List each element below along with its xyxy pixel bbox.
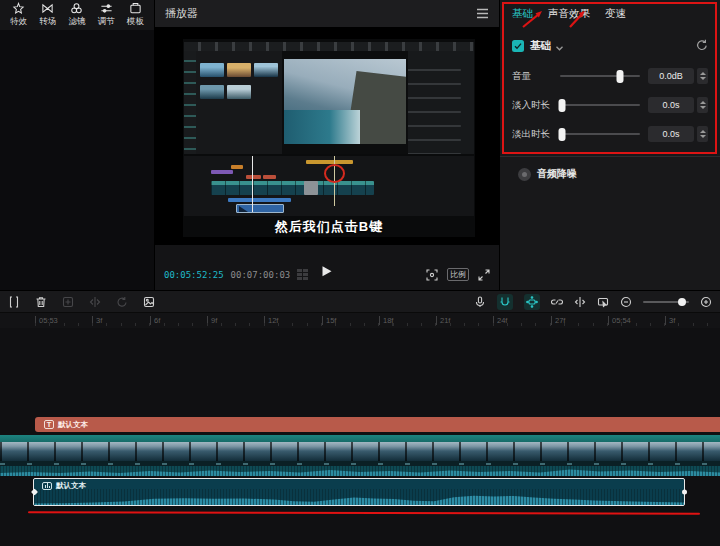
ruler-tick: 27f: [551, 316, 565, 325]
audio-waveform: [34, 489, 684, 505]
toolbar-label: 模板: [127, 16, 144, 28]
tab-transitions[interactable]: 转场: [39, 2, 56, 28]
tab-adjust[interactable]: 调节: [98, 2, 115, 28]
section-title: 基础: [530, 39, 551, 53]
fade-in-slider[interactable]: [560, 104, 640, 106]
timeline-ruler[interactable]: 05:53 3f 6f 9f 12f 15f 18f 21f 24f 27f 0…: [0, 312, 720, 328]
fade-in-slider-handle[interactable]: [558, 99, 565, 112]
tutorial-editor-ui: [184, 42, 474, 154]
ruler-tick: 3f: [92, 316, 102, 325]
aspect-ratio-button[interactable]: 比例: [447, 268, 469, 281]
timeline-tracks-area[interactable]: T 默认文本 默认文本: [0, 328, 720, 546]
ruler-tick: 24f: [493, 316, 507, 325]
templates-icon: [129, 2, 142, 15]
fade-out-stepper[interactable]: [697, 126, 708, 142]
fade-in-value[interactable]: 0.0s: [648, 97, 694, 113]
mirror-icon[interactable]: [89, 296, 101, 308]
ruler-tick: 3f: [665, 316, 675, 325]
ruler-tick: 05:54: [608, 316, 631, 325]
audio-clip-icon: [42, 482, 52, 490]
tab-sound-effects[interactable]: 声音效果: [548, 7, 590, 21]
linkage-icon[interactable]: [551, 296, 563, 308]
volume-slider-handle[interactable]: [617, 70, 624, 83]
tutorial-video-frame: 然后我们点击B键: [183, 39, 475, 237]
video-clip-top-bar: [0, 435, 720, 442]
toolbar-label: 转场: [39, 16, 56, 28]
text-clip-label: 默认文本: [58, 420, 88, 430]
current-time: 00:05:52:25: [164, 270, 224, 280]
audio-track-clip[interactable]: 默认文本: [33, 478, 685, 506]
global-preview-icon[interactable]: [597, 296, 609, 308]
filters-icon: [70, 2, 83, 15]
ruler-tick: 12f: [264, 316, 278, 325]
annotation-underline: [28, 511, 700, 514]
toolbar-label: 特效: [10, 16, 27, 28]
inspector-panel: 基础 声音效果 变速 基础 音量: [500, 0, 720, 290]
fade-out-value[interactable]: 0.0s: [648, 126, 694, 142]
player-controls: 00:05:52:25 00:07:00:03 比例: [155, 245, 499, 290]
frame-grid-icon[interactable]: [297, 269, 308, 280]
player-panel: 播放器: [155, 0, 500, 290]
tutorial-inspector: [408, 51, 474, 154]
tab-speed[interactable]: 变速: [605, 7, 626, 21]
fade-out-slider[interactable]: [560, 133, 640, 135]
video-subtitle: 然后我们点击B键: [183, 218, 475, 236]
tab-basic[interactable]: 基础: [512, 7, 533, 21]
tab-filters[interactable]: 滤镜: [68, 2, 85, 28]
tutorial-media-panel: [196, 51, 282, 154]
ruler-tick: 15f: [322, 316, 336, 325]
ruler-tick: 9f: [207, 316, 217, 325]
inspector-tabs: 基础 声音效果 变速: [500, 0, 720, 21]
video-preview-area[interactable]: 然后我们点击B键: [155, 27, 499, 245]
text-track-clip[interactable]: T 默认文本: [35, 417, 720, 432]
tutorial-preview: [282, 51, 408, 154]
basic-section-header: 基础: [512, 37, 708, 55]
player-title: 播放器: [165, 6, 198, 21]
audio-clip-label: 默认文本: [56, 481, 86, 491]
chevron-down-icon[interactable]: [556, 37, 563, 55]
fade-in-stepper[interactable]: [697, 97, 708, 113]
effects-icon: [12, 2, 25, 15]
tab-templates[interactable]: 模板: [127, 2, 144, 28]
tutorial-sidebar: [184, 51, 196, 154]
transitions-icon: [41, 2, 54, 15]
timeline-zoom-handle[interactable]: [678, 298, 686, 306]
resources-body: [0, 30, 154, 290]
tutorial-playhead: [252, 156, 253, 212]
rotate-icon[interactable]: [116, 296, 128, 308]
split-icon[interactable]: [8, 296, 20, 308]
player-menu-icon[interactable]: [476, 5, 489, 23]
fade-in-label: 淡入时长: [512, 99, 558, 112]
player-header: 播放器: [155, 0, 499, 27]
volume-label: 音量: [512, 70, 558, 83]
volume-stepper[interactable]: [697, 68, 708, 84]
fade-out-label: 淡出时长: [512, 128, 558, 141]
ruler-tick: 6f: [150, 316, 160, 325]
fullscreen-icon[interactable]: [478, 269, 490, 281]
top-area: 特效 转场 滤镜 调节 模板: [0, 0, 720, 290]
tab-effects[interactable]: 特效: [10, 2, 27, 28]
zoom-in-icon[interactable]: [700, 296, 712, 308]
main-track-magnet-icon[interactable]: [497, 294, 513, 310]
matting-icon[interactable]: [143, 296, 155, 308]
zoom-out-icon[interactable]: [620, 296, 632, 308]
volume-value[interactable]: 0.0dB: [648, 68, 694, 84]
freeze-frame-icon[interactable]: [62, 296, 74, 308]
toolbar-label: 调节: [98, 16, 115, 28]
delete-icon[interactable]: [35, 296, 47, 308]
focus-playhead-icon[interactable]: [426, 269, 438, 281]
reset-icon[interactable]: [696, 37, 708, 55]
play-button[interactable]: [323, 266, 332, 276]
record-audio-icon[interactable]: [474, 296, 486, 308]
ruler-tick: 21f: [436, 316, 450, 325]
video-editor-app: 特效 转场 滤镜 调节 模板: [0, 0, 720, 546]
timeline-zoom-slider[interactable]: [643, 301, 689, 303]
basic-checkbox[interactable]: [512, 40, 524, 52]
fade-in-row: 淡入时长 0.0s: [512, 97, 708, 113]
fade-out-slider-handle[interactable]: [558, 128, 565, 141]
auto-snap-icon[interactable]: [524, 294, 540, 310]
volume-slider[interactable]: [560, 75, 640, 77]
noise-reduction-row[interactable]: 音频降噪: [512, 167, 708, 181]
video-track-clip[interactable]: [0, 435, 720, 476]
preview-axis-icon[interactable]: [574, 296, 586, 308]
